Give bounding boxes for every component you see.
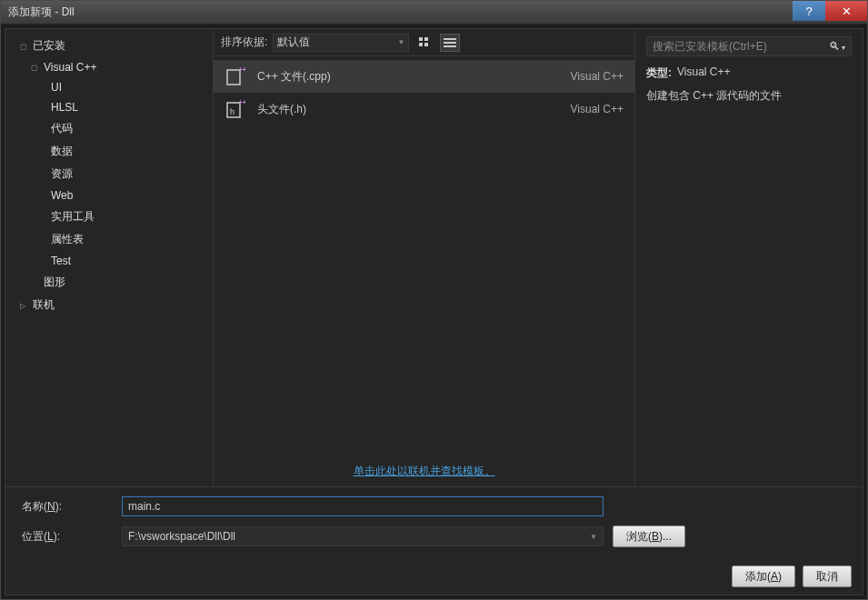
svg-text:++: ++ [238, 99, 245, 106]
search-icon: 🔍︎▾ [829, 40, 845, 53]
tree-label: Web [51, 189, 73, 202]
location-label: 位置(L): [22, 529, 113, 545]
template-type: Visual C++ [571, 103, 624, 115]
svg-rect-4 [444, 38, 456, 40]
name-input[interactable] [122, 496, 604, 516]
main-area: 已安装 Visual C++ UI HLSL 代码 数据 资源 Web 实用工具… [5, 29, 863, 486]
svg-rect-1 [424, 37, 428, 41]
cancel-button[interactable]: 取消 [803, 565, 852, 587]
template-name: C++ 文件(.cpp) [257, 69, 560, 85]
svg-rect-2 [419, 43, 423, 46]
svg-rect-5 [444, 42, 456, 44]
content: 已安装 Visual C++ UI HLSL 代码 数据 资源 Web 实用工具… [5, 28, 863, 595]
toolbar: 排序依据: 默认值 ▼ [214, 29, 634, 56]
help-button[interactable]: ? [793, 1, 825, 21]
tree-installed[interactable]: 已安装 [5, 35, 213, 57]
grid-icon [418, 36, 431, 49]
list-view-button[interactable] [440, 34, 460, 52]
svg-rect-0 [419, 37, 423, 41]
online-link-row: 单击此处以联机并查找模板。 [214, 456, 634, 486]
template-description: 创建包含 C++ 源代码的文件 [646, 88, 852, 104]
svg-rect-3 [424, 43, 428, 46]
h-file-icon: h++ [224, 98, 246, 120]
search-placeholder: 搜索已安装模板(Ctrl+E) [653, 39, 767, 55]
sidebar: 已安装 Visual C++ UI HLSL 代码 数据 资源 Web 实用工具… [5, 29, 213, 486]
browse-button[interactable]: 浏览(B)... [613, 525, 685, 547]
name-label: 名称(N): [22, 499, 113, 515]
svg-rect-6 [444, 45, 456, 47]
close-button[interactable]: ✕ [825, 1, 867, 21]
cpp-file-icon: ++ [224, 65, 246, 87]
window-title: 添加新项 - Dll [8, 5, 75, 20]
chevron-down-icon: ▼ [397, 38, 404, 46]
titlebar-buttons: ? ✕ [793, 1, 867, 21]
tree-visual-cpp[interactable]: Visual C++ [5, 57, 213, 77]
sidebar-item-data[interactable]: 数据 [5, 140, 213, 163]
add-button[interactable]: 添加(A) [732, 565, 795, 587]
template-name: 头文件(.h) [257, 102, 560, 117]
right-panel: 搜索已安装模板(Ctrl+E) 🔍︎▾ 类型: Visual C++ 创建包含 … [635, 29, 863, 486]
center-panel: 排序依据: 默认值 ▼ ++ [213, 29, 635, 486]
sidebar-item-propsheet[interactable]: 属性表 [5, 228, 213, 251]
type-label: 类型: [646, 65, 672, 81]
sort-label: 排序依据: [221, 35, 267, 50]
tree-label: 属性表 [51, 232, 84, 247]
tree-label: 已安装 [33, 38, 65, 54]
svg-text:++: ++ [238, 66, 245, 74]
tree-label: UI [51, 81, 62, 94]
template-item-header[interactable]: h++ 头文件(.h) Visual C++ [214, 93, 634, 125]
sidebar-item-utility[interactable]: 实用工具 [5, 205, 213, 228]
template-list: ++ C++ 文件(.cpp) Visual C++ h++ 头文件(.h) V… [214, 56, 634, 456]
sidebar-item-web[interactable]: Web [5, 185, 213, 205]
titlebar[interactable]: 添加新项 - Dll ? ✕ [1, 1, 867, 25]
chevron-down-icon: ▼ [590, 533, 597, 541]
sidebar-item-hlsl[interactable]: HLSL [5, 97, 213, 117]
search-input[interactable]: 搜索已安装模板(Ctrl+E) 🔍︎▾ [646, 36, 852, 56]
tree-label: Test [51, 255, 71, 267]
tree-online[interactable]: 联机 [5, 294, 213, 316]
template-type: Visual C++ [571, 70, 624, 83]
type-value: Visual C++ [677, 65, 730, 81]
location-value: F:\vsworkspace\Dll\Dll [128, 530, 235, 543]
tree-label: HLSL [51, 101, 78, 114]
online-search-link[interactable]: 单击此处以联机并查找模板。 [354, 465, 495, 477]
chevron-down-icon [31, 63, 40, 72]
tree-label: 代码 [51, 121, 73, 136]
location-dropdown[interactable]: F:\vsworkspace\Dll\Dll ▼ [122, 526, 604, 546]
tree-label: 联机 [33, 297, 55, 313]
dialog-window: 添加新项 - Dll ? ✕ 已安装 Visual C++ UI HLSL 代码… [0, 0, 868, 600]
tree-label: 实用工具 [51, 209, 95, 225]
sidebar-item-resource[interactable]: 资源 [5, 163, 213, 185]
bottom-panel: 名称(N): 位置(L): F:\vsworkspace\Dll\Dll ▼ 浏… [5, 486, 863, 562]
tree-label: 图形 [44, 275, 65, 290]
sort-value: 默认值 [277, 35, 310, 50]
sidebar-item-test[interactable]: Test [5, 251, 213, 271]
sort-dropdown[interactable]: 默认值 ▼ [273, 34, 409, 52]
sidebar-item-code[interactable]: 代码 [5, 117, 213, 140]
svg-text:h: h [230, 107, 234, 116]
grid-view-button[interactable] [414, 34, 434, 52]
chevron-right-icon [20, 301, 29, 310]
chevron-down-icon [20, 42, 29, 51]
sidebar-item-ui[interactable]: UI [5, 77, 213, 97]
dialog-buttons: 添加(A) 取消 [5, 562, 863, 595]
list-icon [444, 37, 456, 48]
template-item-cpp[interactable]: ++ C++ 文件(.cpp) Visual C++ [214, 60, 634, 93]
tree-graphics[interactable]: 图形 [5, 271, 213, 294]
tree-label: 数据 [51, 144, 73, 159]
tree-label: 资源 [51, 166, 73, 182]
tree-label: Visual C++ [44, 61, 96, 74]
